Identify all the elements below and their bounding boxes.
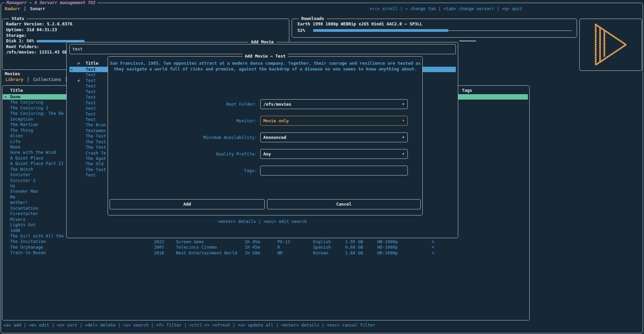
cell-runtime: 1h 45m — [245, 239, 260, 245]
movie-list-item[interactable]: Slender Man — [3, 189, 64, 194]
movie-list-item[interactable]: The Martian — [3, 122, 64, 127]
quality-profile-label: Quality Profile: — [111, 149, 260, 159]
cell-language: English — [313, 239, 331, 245]
cell-year: 2022 — [154, 239, 164, 245]
tags-label: Tags: — [111, 166, 260, 175]
cell-rating: R — [277, 245, 280, 250]
cell-rating: PG-13 — [277, 239, 290, 245]
dropdown-arrow-icon: ▼ — [402, 103, 404, 106]
movie-overview: San Francisco, 1985. Two opposites attra… — [110, 61, 421, 72]
movie-list-item[interactable]: Life — [3, 139, 64, 144]
movie-list-item[interactable]: Sinister 2 — [3, 178, 64, 183]
storage-header: Storage: — [6, 33, 26, 38]
selection-arrow-icon: → — [69, 67, 77, 72]
tab-sonarr[interactable]: Sonarr — [30, 6, 45, 12]
movie-list-item[interactable]: Us — [3, 183, 64, 189]
movie-search-input[interactable]: test — [69, 44, 456, 54]
cell-quality: HD-1080p — [377, 239, 398, 245]
movie-list-item[interactable]: Nope — [3, 144, 64, 150]
cell-size: 1.95 GB — [345, 239, 363, 245]
top-keybindings: <↑↓> scroll | ↔ change tab | <tab> chang… — [370, 6, 523, 12]
table-row[interactable]: 2022 Screen Gems 1h 45m PG-13 English 1.… — [0, 239, 528, 245]
cell-studio: Screen Gems — [176, 239, 204, 245]
cell-studio: Next Entertainment World — [176, 250, 237, 256]
cell-quality: HD-1080p — [377, 245, 398, 250]
tags-input[interactable] — [260, 166, 408, 175]
movie-list-item[interactable]: mother! — [3, 200, 64, 205]
movie-list-item[interactable]: A Quiet Place — [3, 155, 64, 161]
movie-list-item[interactable]: Inception — [3, 117, 64, 122]
movie-list-item[interactable]: The Conjuring: The De — [3, 111, 64, 116]
stats-panel-title: Stats — [9, 16, 27, 21]
managarr-terminal: { "colors": { "background": "#162836", "… — [0, 0, 644, 334]
cell-language: Korean — [313, 250, 328, 256]
column-header-title: Title — [10, 88, 23, 93]
tags-field: Tags: — [111, 166, 419, 175]
movie-list-item[interactable]: The Thing — [3, 128, 64, 133]
movie-list-item[interactable]: Firestarter — [3, 211, 64, 216]
uptime: Uptime: 31d 04:31:23 — [6, 27, 57, 32]
library-tabs: Library │ Collections │ — [5, 77, 68, 82]
managarr-logo-panel — [579, 19, 642, 71]
download-item: Earth 1998 1080p WEBRip x265 Hindi AAC2.… — [297, 21, 422, 26]
servarr-tabbar: Radarr │ Sonarr — [5, 6, 45, 12]
popup-keybindings: <enter> details | <esc> edit search — [67, 219, 458, 224]
download-progress-fill — [313, 29, 448, 32]
cell-year: 2016 — [154, 250, 164, 256]
table-row[interactable]: 2007 Telecinco Cinema 1h 45m R Spanish 0… — [0, 245, 528, 250]
minimum-availability-field: Minimum Availability: Announced ▼ — [111, 132, 419, 142]
root-folder-select[interactable]: /nfs/movies ▼ — [260, 99, 408, 109]
cell-size: 1.84 GB — [345, 250, 363, 256]
in-library-check-icon: ✔ — [77, 78, 86, 83]
root-folder-field: Root Folder: /nfs/movies ▼ — [111, 99, 419, 109]
movie-list-item[interactable]: 1408 — [3, 228, 64, 233]
download-progress: 52% — [297, 28, 573, 33]
root-folders-header: Root Folders: — [6, 44, 39, 49]
monitor-select[interactable]: Movie only ▼ — [260, 116, 408, 126]
movie-list-item[interactable]: The Conjuring 2 — [3, 105, 64, 111]
add-button[interactable]: Add — [110, 199, 265, 209]
cell-year: 2007 — [154, 245, 164, 250]
movie-list-item[interactable]: Sinister — [3, 172, 64, 178]
movie-list-item[interactable]: A Quiet Place Part II — [3, 161, 64, 166]
tab-radarr[interactable]: Radarr — [5, 6, 20, 12]
movie-list-item[interactable]: Gone with the Wind — [3, 150, 64, 155]
movie-list-item[interactable]: Alien — [3, 133, 64, 139]
movie-list-item[interactable]: Ma — [3, 194, 64, 200]
radarr-version: Radarr Version: 5.2.6.8376 — [6, 21, 72, 26]
cell-rating: NR — [277, 250, 283, 256]
app-title: Managarr – A Servarr management TUI — [4, 0, 97, 5]
movie-list-item[interactable]: The Witch — [3, 167, 64, 172]
tab-separator: │ — [24, 6, 26, 12]
results-title-header: Title — [86, 61, 98, 66]
edit-tag-icon: ✎ — [432, 239, 435, 245]
minimum-availability-label: Minimum Availability: — [111, 132, 260, 142]
movie-search-value: test — [70, 44, 456, 54]
quality-profile-select[interactable]: Any ▼ — [260, 149, 408, 159]
edit-tag-icon: ✎ — [432, 245, 435, 250]
modal-buttons: Add Cancel — [110, 199, 421, 209]
cell-language: Spanish — [313, 245, 331, 250]
minimum-availability-select[interactable]: Announced ▼ — [260, 132, 408, 142]
panel-border-fragment — [459, 41, 476, 41]
cell-runtime: 1h 45m — [245, 245, 260, 250]
footer-keybindings: <a> add | <e> edit | <o> sort | <del> de… — [3, 322, 375, 328]
tab-collections[interactable]: Collections — [33, 77, 61, 82]
movie-list-item[interactable]: Incantation — [3, 206, 64, 211]
disk-usage-label: Disk 1: 56% — [6, 38, 34, 43]
table-row[interactable]: 2016 Next Entertainment World 1h 58m NR … — [0, 250, 528, 256]
cancel-button[interactable]: Cancel — [267, 199, 421, 209]
movie-list-item[interactable]: The Girl with All the — [3, 233, 64, 239]
quality-profile-field: Quality Profile: Any ▼ — [111, 149, 419, 159]
tab-library[interactable]: Library — [5, 77, 23, 82]
in-library-check-icon: ✔ — [77, 61, 86, 66]
dropdown-arrow-icon: ▼ — [402, 136, 404, 139]
root-folder-line: /nfs/movies: 11511.43 GB — [6, 49, 67, 55]
monitor-field: Monitor: Movie only ▼ — [111, 116, 419, 126]
movie-list-item[interactable]: Lights Out — [3, 222, 64, 228]
play-icon — [589, 22, 633, 67]
movie-list-item[interactable]: Misery — [3, 217, 64, 222]
cell-studio: Telecinco Cinema — [176, 245, 217, 250]
downloads-panel-title: Downloads — [299, 16, 327, 21]
movie-list-item[interactable]: The Conjuring — [3, 100, 64, 105]
